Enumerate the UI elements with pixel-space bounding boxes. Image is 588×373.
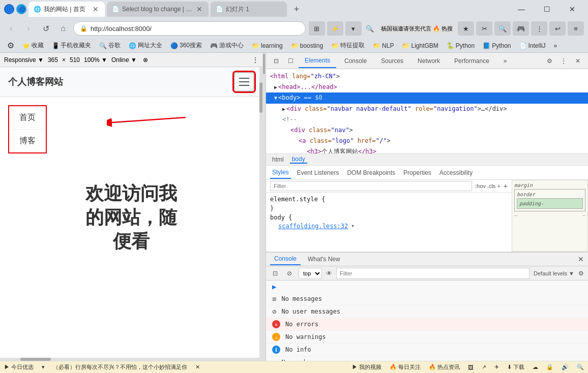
forward-button[interactable]: › xyxy=(21,21,36,36)
bookmark-btn[interactable]: ★ xyxy=(458,21,474,36)
tab-network[interactable]: Network xyxy=(411,54,446,68)
console-tools: ⊡ ⊘ top 👁 Default levels ▼ ⚙ xyxy=(266,266,588,281)
nav-home-link[interactable]: 首页 xyxy=(9,106,46,130)
console-msg-no-info[interactable]: ℹ No info xyxy=(266,344,588,356)
html-line-5[interactable]: <!-- xyxy=(266,114,588,125)
nav-blog-link[interactable]: 博客 xyxy=(9,130,46,152)
bookmark-mobile[interactable]: 📱 手机收藏夹 xyxy=(49,40,94,51)
horizontal-scrollbar[interactable] xyxy=(0,358,259,361)
hamburger-button[interactable] xyxy=(234,72,254,91)
minimize-button[interactable]: — xyxy=(510,2,533,17)
source-link[interactable]: scaffolding.less:32 xyxy=(278,223,348,230)
back-button[interactable]: ‹ xyxy=(4,21,18,36)
search-btn2[interactable]: 🔍 xyxy=(494,21,511,36)
devtools-inspect-icon[interactable]: ⊡ xyxy=(270,55,282,67)
console-gear-icon[interactable]: ⚙ xyxy=(578,270,584,277)
console-levels[interactable]: Default levels ▼ xyxy=(534,270,574,276)
styles-tab-accessibility[interactable]: Accessibility xyxy=(437,167,475,178)
close-button[interactable]: ✕ xyxy=(561,2,584,17)
html-line-7[interactable]: <a class="logo" href="/"> xyxy=(266,136,588,146)
grid-button[interactable]: ⊞ xyxy=(309,21,325,36)
bookmark-devtools[interactable]: ⚙ xyxy=(4,40,17,51)
nav-menu: 首页 博客 xyxy=(8,105,47,153)
styles-tab-styles[interactable]: Styles xyxy=(270,167,291,179)
console-msg-no-user-messages[interactable]: ⊘ No user messages xyxy=(266,305,588,318)
console-msg-no-errors[interactable]: ✕ No errors xyxy=(266,318,588,331)
maximize-button[interactable]: ☐ xyxy=(535,2,558,17)
console-ban-icon[interactable]: ⊘ xyxy=(284,270,295,277)
bookmark-learning[interactable]: 📁 learning xyxy=(249,41,286,50)
more-btn[interactable]: ⋮ xyxy=(531,21,547,36)
console-tab-whatsnew[interactable]: What's New xyxy=(304,254,344,265)
bookmark-more[interactable]: » xyxy=(551,41,561,50)
home-button[interactable]: ⌂ xyxy=(56,21,70,36)
cut-btn[interactable]: ✂ xyxy=(476,21,492,36)
console-msg-no-messages[interactable]: ≡ No messages xyxy=(266,293,588,305)
bookmark-games[interactable]: 🎮 游戏中心 xyxy=(207,40,247,51)
lightning-button[interactable]: ⚡ xyxy=(327,21,343,36)
bookmark-360[interactable]: 🔵 360搜索 xyxy=(167,40,205,51)
styles-tab-properties[interactable]: Properties xyxy=(401,167,433,178)
console-eye-icon[interactable]: 👁 xyxy=(326,270,332,277)
console-msg-no-warnings[interactable]: ⚠ No warnings xyxy=(266,331,588,344)
console-filter-input[interactable] xyxy=(336,268,530,279)
html-line-1[interactable]: <html lang="zh-CN"> xyxy=(266,71,588,82)
console-clear-icon[interactable]: ⊡ xyxy=(270,270,280,277)
html-line-4[interactable]: ▶<div class="navbar navbar-default" role… xyxy=(266,104,588,114)
styles-tab-event-listeners[interactable]: Event Listeners xyxy=(295,167,341,178)
html-line-2[interactable]: ▶<head>...</head> xyxy=(266,82,588,92)
pseudo-buttons[interactable]: :hov .cls + xyxy=(475,183,501,189)
more-options-icon[interactable]: ⋮ xyxy=(252,56,258,64)
tab-sources[interactable]: Sources xyxy=(375,54,409,68)
tab-1[interactable]: 🌐 我的网站 | 首页 ✕ xyxy=(28,2,105,17)
styles-filter-input[interactable] xyxy=(270,181,472,191)
menu-btn[interactable]: ≡ xyxy=(568,21,584,36)
dropdown-button[interactable]: ▾ xyxy=(345,21,362,36)
game-btn[interactable]: 🎮 xyxy=(513,21,529,36)
console-context-select[interactable]: top xyxy=(299,268,322,279)
footer-tab-body[interactable]: body xyxy=(290,156,307,164)
devtools-device-icon[interactable]: ☐ xyxy=(284,55,297,67)
styles-tab-dom-breakpoints[interactable]: DOM Breakpoints xyxy=(345,167,397,178)
refresh-button[interactable]: ↺ xyxy=(39,21,53,36)
html-line-3[interactable]: ▼<body> == $0 xyxy=(266,92,588,103)
viewport-scrollbar[interactable] xyxy=(259,67,262,361)
add-rule-button[interactable]: + xyxy=(504,182,508,190)
bookmark-lightgbm[interactable]: 📁 LightGBM xyxy=(399,41,441,50)
devtools-settings-icon[interactable]: ⚙ xyxy=(543,55,555,67)
tab-2[interactable]: 📄 Select blog to change | Djang ✕ xyxy=(107,2,209,17)
devtools-close-icon[interactable]: ✕ xyxy=(572,55,584,67)
tab-console[interactable]: Console xyxy=(338,54,373,68)
address-bar[interactable]: 🔒 http://localhost:8000/ xyxy=(73,21,306,36)
expand-caret[interactable]: ▶ xyxy=(272,283,276,291)
bookmark-google[interactable]: 🔍 谷歌 xyxy=(96,40,124,51)
tab-1-close[interactable]: ✕ xyxy=(92,5,100,13)
console-msg-no-verbose[interactable]: ✱ No verbose xyxy=(266,356,588,361)
responsive-toolbar: Responsive ▼ 365 × 510 100% ▼ Online ▼ ⊗… xyxy=(0,53,262,67)
tab-2-close[interactable]: ✕ xyxy=(195,5,203,13)
bookmark-python-c[interactable]: 🐍 Python xyxy=(444,41,478,50)
tab-3[interactable]: 📄 幻灯片 1 xyxy=(211,2,287,17)
tab-more[interactable]: » xyxy=(497,54,513,68)
tab-elements[interactable]: Elements xyxy=(299,54,336,68)
bookmark-python-lfd[interactable]: 📘 Python xyxy=(480,41,514,50)
undo-btn[interactable]: ↩ xyxy=(549,21,566,36)
console-tabs-bar: Console What's New ✕ xyxy=(266,252,588,266)
console-close-button[interactable]: ✕ xyxy=(578,255,584,263)
bookmark-features[interactable]: 📁 特征提取 xyxy=(328,40,368,51)
html-line-6[interactable]: <div class="nav"> xyxy=(266,125,588,136)
bookmark-boosting[interactable]: 📁 boosting xyxy=(288,41,326,50)
console-tab-console[interactable]: Console xyxy=(270,253,301,265)
bookmark-nlp[interactable]: 📁 NLP xyxy=(370,41,397,50)
footer-tab-html[interactable]: html xyxy=(270,156,286,163)
baidu-search-label[interactable]: 杨国福邀请张宪代言 🔥 热搜 xyxy=(378,24,456,34)
website-viewport: 个人博客网站 首页 博客 xyxy=(0,67,262,361)
search-toolbar-button[interactable]: 🔍 xyxy=(364,22,376,35)
bookmark-web[interactable]: 🌐 网址大全 xyxy=(126,40,165,51)
bookmark-intellij[interactable]: 📄 IntelliJ xyxy=(516,41,549,50)
tab-add-button[interactable]: + xyxy=(289,2,304,17)
tab-performance[interactable]: Performance xyxy=(448,54,495,68)
html-line-8[interactable]: <h3>个人博客网站</h3> xyxy=(266,146,588,153)
bookmark-star[interactable]: ⭐ 收藏 xyxy=(19,40,47,51)
devtools-more-icon[interactable]: ⋮ xyxy=(557,55,570,67)
